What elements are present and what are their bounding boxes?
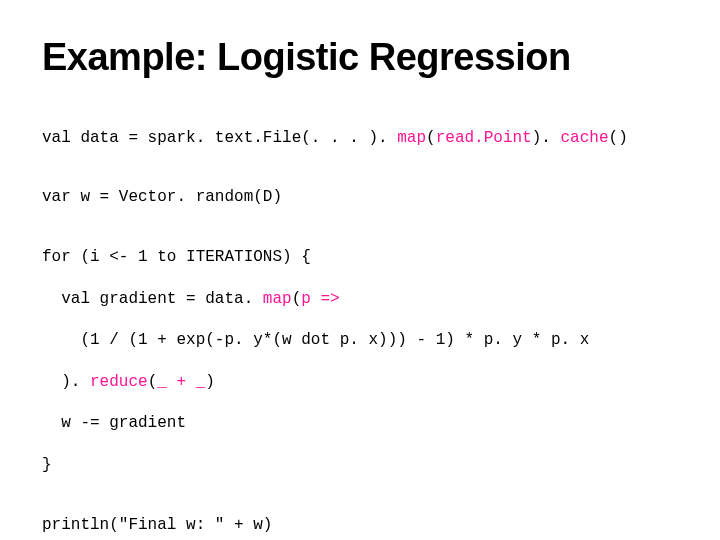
code-text: ( [426,129,436,147]
code-text: w -= gradient [42,414,186,432]
code-text: () [609,129,628,147]
code-text: println("Final w: " + w) [42,516,272,534]
code-text: var w = Vector. random(D) [42,188,282,206]
code-text: ) [205,373,215,391]
code-text: ). [42,373,90,391]
code-text: ( [148,373,158,391]
code-highlight: cache [561,129,609,147]
code-text: } [42,456,52,474]
code-highlight: reduce [90,373,148,391]
code-highlight: _ + _ [157,373,205,391]
code-block: val data = spark. text.File(. . . ). map… [42,107,678,540]
code-highlight: map [397,129,426,147]
code-highlight: read.Point [436,129,532,147]
code-text: ( [292,290,302,308]
code-text: val data = spark. text.File(. . . ). [42,129,397,147]
code-text: val gradient = data. [42,290,263,308]
code-text: (1 / (1 + exp(-p. y*(w dot p. x))) - 1) … [42,331,589,349]
code-highlight: map [263,290,292,308]
code-text: ). [532,129,561,147]
code-text: for (i <- 1 to ITERATIONS) { [42,248,311,266]
code-highlight: p => [301,290,339,308]
slide-title: Example: Logistic Regression [42,36,678,79]
